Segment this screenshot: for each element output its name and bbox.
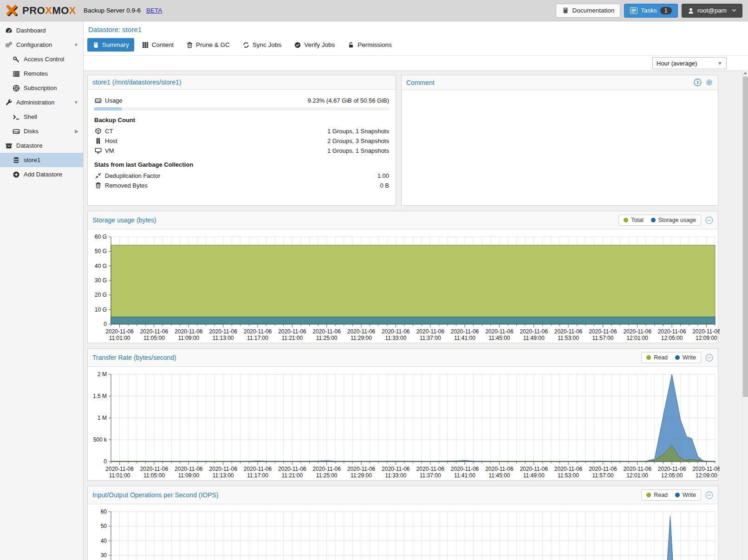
storage-usage-chart: 010 G20 G30 G40 G50 G60 G2020-11-0611:01… (88, 229, 718, 343)
legend-dot (646, 493, 651, 497)
vm-monitor-icon (94, 147, 102, 154)
page-title: Datastore: store1 (84, 21, 748, 35)
proxmox-x-icon (6, 4, 20, 18)
usage-value: 9.23% (4.67 GiB of 50.56 GiB) (307, 97, 389, 104)
svg-text:2020-11-06: 2020-11-06 (312, 466, 341, 472)
tab-summary[interactable]: Summary (87, 38, 134, 52)
svg-text:11:01:00: 11:01:00 (109, 335, 130, 341)
tasks-button[interactable]: Tasks 1 (624, 4, 677, 18)
svg-text:11:37:00: 11:37:00 (420, 472, 441, 479)
sidebar-item-disks[interactable]: Disks ▶ (0, 124, 83, 138)
check-circle-icon (294, 42, 301, 48)
time-range-select[interactable]: Hour (average) ▼ (652, 57, 727, 69)
tab-label: Verify Jobs (304, 41, 335, 48)
sidebar-item-subscription[interactable]: Subscription (0, 81, 83, 95)
sidebar-item-label: Dashboard (16, 27, 46, 34)
datastore-panel-title: store1 (/mnt/datastores/store1) (88, 75, 396, 90)
sidebar-item-shell[interactable]: Shell (0, 110, 83, 124)
sidebar-item-dashboard[interactable]: Dashboard (0, 23, 83, 38)
svg-text:10 G: 10 G (95, 306, 107, 313)
iops-chart-svg: 01020304050602020-11-0611:01:002020-11-0… (90, 507, 720, 560)
proxmox-logo: PROXMOX Backup Server 0.9-6 BETA (6, 4, 162, 18)
comment-settings-gear-icon[interactable] (705, 78, 713, 86)
unlock-icon (348, 42, 354, 48)
chart-title: Input/Output Operations per Second (IOPS… (92, 491, 219, 499)
hdd-icon (94, 97, 102, 104)
tab-label: Sync Jobs (253, 41, 281, 48)
legend-item-write[interactable]: Write (675, 354, 696, 361)
grid-icon (142, 42, 149, 48)
book-icon (92, 42, 99, 48)
apply-comment-button[interactable] (694, 78, 702, 86)
legend-item-read[interactable]: Read (646, 354, 668, 361)
usage-progressbar (94, 107, 389, 111)
legend-item-write[interactable]: Write (675, 492, 696, 498)
legend-dot (675, 493, 680, 497)
tab-sync-jobs[interactable]: Sync Jobs (238, 38, 286, 52)
datastore-info-panel: store1 (/mnt/datastores/store1) Usage 9.… (87, 75, 396, 206)
transfer-rate-chart: 0500 k1 M1.5 M2 M2020-11-0611:01:002020-… (88, 367, 718, 480)
collapse-panel-button[interactable] (705, 354, 713, 362)
svg-text:2020-11-06: 2020-11-06 (589, 466, 617, 472)
sidebar-item-label: Administration (16, 99, 54, 106)
sidebar-item-access-control[interactable]: Access Control (0, 52, 83, 66)
beta-link[interactable]: BETA (146, 7, 162, 14)
chart-title: Storage usage (bytes) (92, 216, 156, 224)
sidebar-item-add-datastore[interactable]: Add Datastore (0, 167, 83, 182)
svg-text:11:49:00: 11:49:00 (523, 335, 545, 341)
svg-text:11:49:00: 11:49:00 (523, 472, 545, 479)
svg-text:500 k: 500 k (93, 436, 107, 443)
sidebar-item-configuration[interactable]: Configuration ▼ (0, 38, 83, 52)
svg-text:2020-11-06: 2020-11-06 (416, 466, 444, 472)
summary-content: store1 (/mnt/datastores/store1) Usage 9.… (84, 71, 748, 560)
legend-item-read[interactable]: Read (646, 492, 668, 498)
archive-box-icon (5, 142, 13, 150)
svg-text:2020-11-06: 2020-11-06 (658, 328, 686, 335)
svg-text:40: 40 (101, 538, 107, 544)
terminal-icon (12, 113, 20, 121)
svg-text:2020-11-06: 2020-11-06 (278, 466, 306, 472)
svg-text:11:13:00: 11:13:00 (213, 472, 234, 479)
svg-text:0: 0 (104, 458, 107, 465)
svg-text:2020-11-06: 2020-11-06 (554, 328, 583, 335)
collapse-panel-button[interactable] (705, 491, 713, 499)
tab-verify-jobs[interactable]: Verify Jobs (289, 38, 340, 52)
svg-text:2 M: 2 M (98, 371, 107, 378)
svg-text:2020-11-06: 2020-11-06 (485, 328, 514, 335)
gc-stats-title: Stats from last Garbage Collection (94, 161, 389, 168)
collapse-panel-button[interactable] (705, 216, 713, 224)
scrollbar-thumb[interactable] (743, 77, 748, 397)
backup-row-value: 2 Groups, 3 Snapshots (327, 137, 389, 144)
svg-text:1 M: 1 M (98, 415, 107, 421)
sidebar-item-label: Access Control (24, 56, 64, 63)
svg-text:11:33:00: 11:33:00 (385, 335, 406, 341)
user-menu-button[interactable]: root@pam (682, 4, 742, 18)
backup-count-title: Backup Count (94, 117, 389, 124)
sidebar-item-datastore[interactable]: Datastore (0, 138, 83, 153)
legend-item-storage-usage[interactable]: Storage usage (651, 217, 696, 223)
book-icon (562, 7, 569, 14)
tasks-count-badge: 1 (660, 7, 672, 14)
sidebar-item-remotes[interactable]: Remotes (0, 66, 83, 81)
legend-dot (624, 218, 628, 222)
svg-text:11:53:00: 11:53:00 (558, 335, 579, 341)
svg-text:12:05:00: 12:05:00 (661, 335, 683, 341)
legend-item-total[interactable]: Total (624, 217, 643, 223)
svg-text:2020-11-06: 2020-11-06 (278, 328, 306, 335)
tab-content[interactable]: Content (137, 38, 179, 52)
sidebar-item-store1[interactable]: store1 (0, 153, 83, 167)
sidebar-item-administration[interactable]: Administration ▼ (0, 95, 83, 110)
documentation-button[interactable]: Documentation (556, 4, 620, 18)
svg-text:11:57:00: 11:57:00 (592, 335, 613, 341)
svg-text:11:33:00: 11:33:00 (385, 472, 406, 479)
comment-panel-title: Comment (406, 79, 435, 86)
backup-row-label: VM (105, 147, 114, 154)
scrollbar-up-arrow[interactable] (742, 70, 748, 76)
tab-prune-gc[interactable]: Prune & GC (182, 38, 235, 52)
comment-text[interactable] (402, 90, 718, 205)
svg-text:50 G: 50 G (95, 248, 107, 254)
cube-icon (94, 128, 102, 135)
key-icon (12, 56, 20, 63)
svg-text:2020-11-06: 2020-11-06 (140, 328, 169, 335)
tab-permissions[interactable]: Permissions (343, 38, 397, 52)
